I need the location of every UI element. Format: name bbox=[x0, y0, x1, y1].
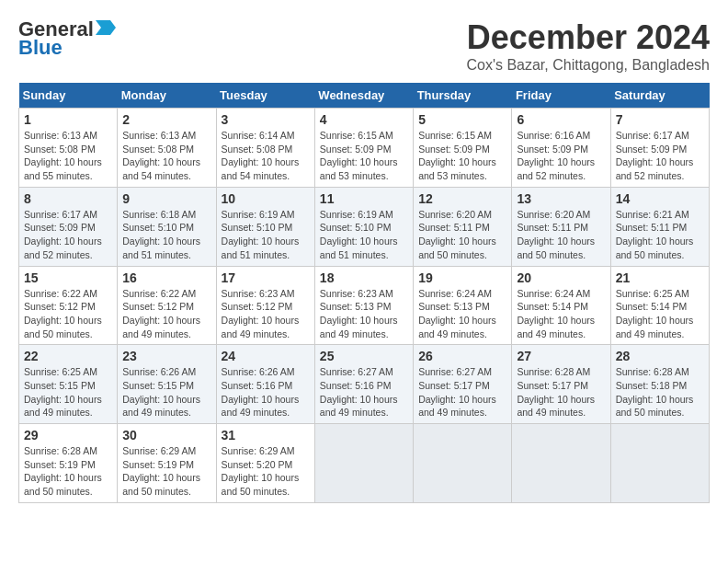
day-number: 26 bbox=[418, 349, 506, 363]
sunset-label: Sunset: 5:14 PM bbox=[616, 301, 688, 312]
daylight-label: Daylight: 10 hours and 52 minutes. bbox=[24, 236, 102, 260]
table-row: 23 Sunrise: 6:26 AM Sunset: 5:15 PM Dayl… bbox=[118, 345, 216, 424]
table-row: 2 Sunrise: 6:13 AM Sunset: 5:08 PM Dayli… bbox=[118, 109, 216, 188]
sunset-label: Sunset: 5:13 PM bbox=[418, 301, 490, 312]
table-row: 22 Sunrise: 6:25 AM Sunset: 5:15 PM Dayl… bbox=[19, 345, 118, 424]
table-row: 24 Sunrise: 6:26 AM Sunset: 5:16 PM Dayl… bbox=[216, 345, 314, 424]
day-info: Sunrise: 6:14 AM Sunset: 5:08 PM Dayligh… bbox=[222, 129, 310, 183]
daylight-label: Daylight: 10 hours and 51 minutes. bbox=[320, 236, 398, 260]
sunrise-label: Sunrise: 6:15 AM bbox=[320, 130, 393, 141]
day-info: Sunrise: 6:26 AM Sunset: 5:15 PM Dayligh… bbox=[122, 365, 210, 419]
sunset-label: Sunset: 5:09 PM bbox=[418, 144, 490, 155]
header-saturday: Saturday bbox=[610, 83, 709, 109]
sunset-label: Sunset: 5:09 PM bbox=[24, 222, 96, 233]
sunset-label: Sunset: 5:11 PM bbox=[418, 222, 490, 233]
day-number: 23 bbox=[122, 349, 210, 363]
sunrise-label: Sunrise: 6:18 AM bbox=[122, 209, 196, 220]
day-info: Sunrise: 6:27 AM Sunset: 5:16 PM Dayligh… bbox=[320, 365, 408, 419]
daylight-label: Daylight: 10 hours and 49 minutes. bbox=[320, 315, 398, 339]
day-info: Sunrise: 6:21 AM Sunset: 5:11 PM Dayligh… bbox=[616, 208, 704, 262]
sunrise-label: Sunrise: 6:19 AM bbox=[320, 209, 393, 220]
header-sunday: Sunday bbox=[19, 83, 118, 109]
day-info: Sunrise: 6:23 AM Sunset: 5:13 PM Dayligh… bbox=[320, 287, 408, 341]
day-info: Sunrise: 6:27 AM Sunset: 5:17 PM Dayligh… bbox=[418, 365, 506, 419]
table-row: 8 Sunrise: 6:17 AM Sunset: 5:09 PM Dayli… bbox=[19, 187, 118, 266]
table-row bbox=[314, 424, 413, 503]
table-row: 30 Sunrise: 6:29 AM Sunset: 5:19 PM Dayl… bbox=[118, 424, 216, 503]
sunrise-label: Sunrise: 6:26 AM bbox=[122, 366, 196, 377]
daylight-label: Daylight: 10 hours and 51 minutes. bbox=[222, 236, 300, 260]
table-row: 6 Sunrise: 6:16 AM Sunset: 5:09 PM Dayli… bbox=[512, 109, 610, 188]
day-number: 21 bbox=[616, 270, 704, 285]
daylight-label: Daylight: 10 hours and 50 minutes. bbox=[24, 472, 102, 497]
day-number: 4 bbox=[320, 112, 408, 127]
daylight-label: Daylight: 10 hours and 54 minutes. bbox=[222, 156, 300, 181]
day-number: 1 bbox=[24, 112, 112, 127]
daylight-label: Daylight: 10 hours and 55 minutes. bbox=[24, 156, 102, 181]
sunrise-label: Sunrise: 6:13 AM bbox=[122, 130, 196, 141]
sunrise-label: Sunrise: 6:17 AM bbox=[24, 209, 97, 220]
sunrise-label: Sunrise: 6:28 AM bbox=[24, 445, 97, 456]
day-info: Sunrise: 6:26 AM Sunset: 5:16 PM Dayligh… bbox=[222, 365, 310, 419]
daylight-label: Daylight: 10 hours and 49 minutes. bbox=[222, 394, 300, 419]
day-info: Sunrise: 6:20 AM Sunset: 5:11 PM Dayligh… bbox=[517, 208, 605, 262]
day-number: 27 bbox=[517, 349, 605, 363]
table-row: 19 Sunrise: 6:24 AM Sunset: 5:13 PM Dayl… bbox=[414, 266, 512, 345]
table-row: 14 Sunrise: 6:21 AM Sunset: 5:11 PM Dayl… bbox=[610, 187, 709, 266]
table-row: 9 Sunrise: 6:18 AM Sunset: 5:10 PM Dayli… bbox=[118, 187, 216, 266]
day-info: Sunrise: 6:24 AM Sunset: 5:14 PM Dayligh… bbox=[517, 287, 605, 341]
day-info: Sunrise: 6:17 AM Sunset: 5:09 PM Dayligh… bbox=[24, 208, 112, 262]
day-number: 11 bbox=[320, 191, 408, 206]
day-info: Sunrise: 6:25 AM Sunset: 5:14 PM Dayligh… bbox=[616, 287, 704, 341]
sunset-label: Sunset: 5:08 PM bbox=[24, 144, 96, 155]
table-row: 5 Sunrise: 6:15 AM Sunset: 5:09 PM Dayli… bbox=[414, 109, 512, 188]
day-info: Sunrise: 6:22 AM Sunset: 5:12 PM Dayligh… bbox=[24, 287, 112, 341]
sunset-label: Sunset: 5:12 PM bbox=[24, 301, 96, 312]
sunrise-label: Sunrise: 6:20 AM bbox=[418, 209, 492, 220]
day-number: 14 bbox=[616, 191, 704, 206]
table-row: 29 Sunrise: 6:28 AM Sunset: 5:19 PM Dayl… bbox=[19, 424, 118, 503]
sunrise-label: Sunrise: 6:19 AM bbox=[222, 209, 295, 220]
header-monday: Monday bbox=[118, 83, 216, 109]
sunrise-label: Sunrise: 6:28 AM bbox=[517, 366, 590, 377]
sunset-label: Sunset: 5:14 PM bbox=[517, 301, 588, 312]
table-row: 11 Sunrise: 6:19 AM Sunset: 5:10 PM Dayl… bbox=[314, 187, 413, 266]
sunrise-label: Sunrise: 6:23 AM bbox=[222, 288, 295, 299]
sunrise-label: Sunrise: 6:17 AM bbox=[616, 130, 689, 141]
daylight-label: Daylight: 10 hours and 50 minutes. bbox=[222, 472, 300, 497]
daylight-label: Daylight: 10 hours and 50 minutes. bbox=[517, 236, 595, 260]
day-info: Sunrise: 6:29 AM Sunset: 5:20 PM Dayligh… bbox=[222, 444, 310, 499]
header-tuesday: Tuesday bbox=[216, 83, 314, 109]
day-info: Sunrise: 6:13 AM Sunset: 5:08 PM Dayligh… bbox=[24, 129, 112, 183]
daylight-label: Daylight: 10 hours and 50 minutes. bbox=[24, 315, 102, 339]
day-number: 8 bbox=[24, 191, 112, 206]
sunset-label: Sunset: 5:15 PM bbox=[24, 380, 96, 391]
sunset-label: Sunset: 5:11 PM bbox=[616, 222, 688, 233]
sunset-label: Sunset: 5:17 PM bbox=[418, 380, 490, 391]
header: General Blue December 2024 Cox's Bazar, … bbox=[18, 18, 710, 74]
day-info: Sunrise: 6:18 AM Sunset: 5:10 PM Dayligh… bbox=[122, 208, 210, 262]
table-row: 7 Sunrise: 6:17 AM Sunset: 5:09 PM Dayli… bbox=[610, 109, 709, 188]
daylight-label: Daylight: 10 hours and 52 minutes. bbox=[517, 156, 595, 181]
daylight-label: Daylight: 10 hours and 49 minutes. bbox=[517, 394, 595, 419]
sunrise-label: Sunrise: 6:28 AM bbox=[616, 366, 689, 377]
sunrise-label: Sunrise: 6:23 AM bbox=[320, 288, 393, 299]
daylight-label: Daylight: 10 hours and 54 minutes. bbox=[122, 156, 200, 181]
sunrise-label: Sunrise: 6:22 AM bbox=[24, 288, 97, 299]
day-number: 30 bbox=[122, 428, 210, 442]
calendar-week-row: 1 Sunrise: 6:13 AM Sunset: 5:08 PM Dayli… bbox=[19, 109, 710, 188]
sunset-label: Sunset: 5:20 PM bbox=[222, 459, 293, 470]
sunset-label: Sunset: 5:17 PM bbox=[517, 380, 588, 391]
daylight-label: Daylight: 10 hours and 49 minutes. bbox=[517, 315, 595, 339]
day-number: 20 bbox=[517, 270, 605, 285]
header-wednesday: Wednesday bbox=[314, 83, 413, 109]
sunrise-label: Sunrise: 6:29 AM bbox=[222, 445, 295, 456]
table-row: 1 Sunrise: 6:13 AM Sunset: 5:08 PM Dayli… bbox=[19, 109, 118, 188]
table-row: 28 Sunrise: 6:28 AM Sunset: 5:18 PM Dayl… bbox=[610, 345, 709, 424]
sunset-label: Sunset: 5:13 PM bbox=[320, 301, 392, 312]
sunset-label: Sunset: 5:08 PM bbox=[122, 144, 194, 155]
day-number: 28 bbox=[616, 349, 704, 363]
daylight-label: Daylight: 10 hours and 53 minutes. bbox=[320, 156, 398, 181]
calendar-week-row: 29 Sunrise: 6:28 AM Sunset: 5:19 PM Dayl… bbox=[19, 424, 710, 503]
table-row: 12 Sunrise: 6:20 AM Sunset: 5:11 PM Dayl… bbox=[414, 187, 512, 266]
